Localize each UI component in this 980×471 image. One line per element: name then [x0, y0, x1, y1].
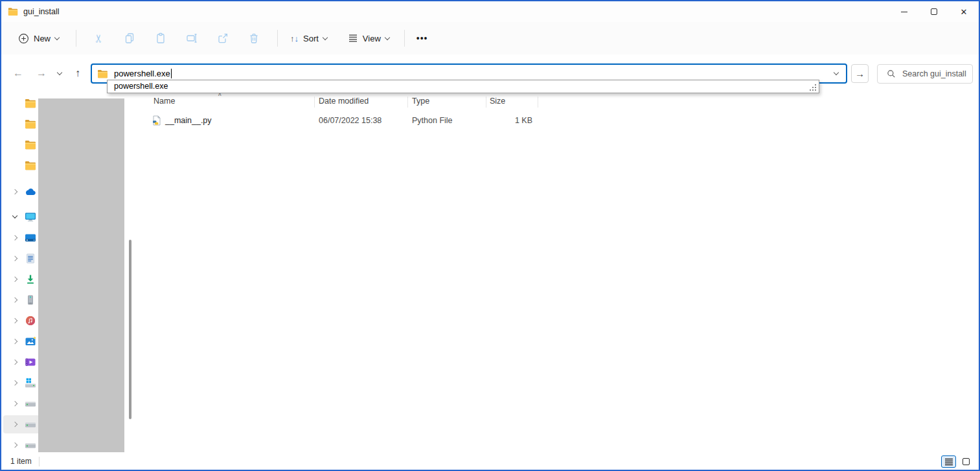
status-bar: 1 item — [1, 454, 979, 470]
trash-icon — [248, 32, 260, 44]
column-separator[interactable] — [486, 97, 486, 108]
more-button[interactable]: ••• — [410, 30, 435, 46]
file-row[interactable]: __main__.py 06/07/2022 15:38 Python File… — [136, 113, 979, 129]
chevron-right-icon[interactable] — [12, 422, 17, 427]
chevron-right-icon[interactable] — [12, 360, 17, 365]
folder-icon — [25, 139, 36, 150]
view-button[interactable]: View — [342, 29, 395, 47]
chevron-right-icon[interactable] — [12, 339, 17, 344]
delete-button[interactable] — [238, 27, 269, 50]
documents-icon — [25, 253, 36, 264]
back-button[interactable]: ← — [9, 63, 27, 83]
up-button[interactable]: ↑ — [69, 63, 87, 83]
chevron-right-icon[interactable] — [12, 235, 17, 240]
cut-icon: ✂ — [92, 34, 106, 43]
share-icon — [217, 32, 229, 44]
address-input[interactable]: powershell.exe — [114, 69, 170, 78]
file-type: Python File — [412, 116, 453, 125]
file-size: 1 KB — [490, 116, 532, 125]
desktop-icon — [25, 232, 36, 244]
plus-circle-icon — [18, 33, 29, 44]
divider — [76, 30, 76, 47]
recent-locations-button[interactable] — [53, 63, 66, 83]
python-file-icon — [152, 115, 162, 128]
chevron-right-icon[interactable] — [12, 297, 17, 303]
column-header-name[interactable]: Name — [154, 97, 175, 106]
forward-button[interactable]: → — [32, 63, 51, 83]
text-cursor — [171, 69, 172, 78]
copy-button[interactable] — [114, 27, 145, 50]
chevron-down-icon — [385, 34, 390, 40]
file-name: __main__.py — [165, 116, 212, 125]
folder-icon — [8, 7, 18, 16]
go-arrow-icon: → — [855, 68, 865, 79]
sidebar-scrollbar-thumb[interactable] — [129, 240, 131, 419]
window-title: gui_install — [23, 7, 60, 16]
up-icon: ↑ — [75, 67, 80, 79]
chevron-right-icon[interactable] — [12, 189, 17, 194]
copy-icon — [124, 32, 135, 44]
column-header-type[interactable]: Type — [412, 97, 429, 106]
navigation-pane — [1, 91, 135, 454]
rename-icon — [186, 32, 198, 44]
address-dropdown-chevron-icon[interactable] — [834, 70, 839, 75]
details-view-button[interactable] — [941, 455, 956, 468]
chevron-right-icon[interactable] — [12, 401, 17, 406]
chevron-right-icon[interactable] — [12, 318, 17, 323]
item-count: 1 item — [10, 457, 32, 466]
new-label: New — [34, 34, 51, 43]
window-body: ∧ Name Date modified Type Size __main__.… — [1, 91, 979, 454]
folder-icon — [25, 97, 36, 109]
minimize-button[interactable] — [889, 1, 919, 22]
large-icons-view-button[interactable] — [959, 455, 974, 468]
resize-grip-icon[interactable] — [810, 84, 817, 91]
column-separator[interactable] — [538, 97, 538, 108]
view-label: View — [363, 34, 381, 43]
column-headers: ∧ Name Date modified Type Size — [136, 95, 979, 110]
large-icons-view-icon — [963, 458, 970, 465]
paste-icon — [155, 32, 166, 44]
chevron-down-icon — [323, 34, 328, 40]
column-separator[interactable] — [314, 97, 315, 108]
share-button[interactable] — [207, 27, 238, 50]
go-button[interactable]: → — [851, 64, 869, 83]
rename-button[interactable] — [176, 27, 207, 50]
divider — [404, 30, 405, 47]
search-box[interactable]: Search gui_install — [877, 64, 973, 84]
divider — [277, 30, 278, 47]
chevron-down-icon — [57, 69, 62, 75]
chevron-down-icon[interactable] — [12, 213, 17, 218]
close-icon: ✕ — [961, 8, 968, 16]
music-icon — [25, 315, 36, 327]
maximize-icon — [931, 8, 937, 15]
paste-button[interactable] — [145, 27, 176, 50]
close-button[interactable]: ✕ — [949, 1, 979, 22]
windows-drive-icon — [25, 377, 36, 389]
chevron-right-icon[interactable] — [12, 256, 17, 261]
view-icon — [348, 33, 358, 43]
chevron-right-icon[interactable] — [12, 442, 17, 448]
folder-icon — [25, 118, 36, 130]
sort-label: Sort — [303, 34, 319, 43]
back-icon: ← — [13, 67, 23, 79]
maximize-button[interactable] — [919, 1, 949, 22]
column-separator[interactable] — [407, 97, 408, 108]
title-bar: gui_install ✕ — [1, 1, 979, 22]
redacted-labels-overlay — [38, 98, 124, 452]
downloads-icon — [25, 273, 36, 285]
chevron-right-icon[interactable] — [12, 380, 17, 385]
details-view-icon — [944, 458, 953, 466]
search-placeholder: Search gui_install — [902, 69, 966, 78]
sort-button[interactable]: ↑↓ Sort — [284, 29, 333, 48]
column-header-date-modified[interactable]: Date modified — [319, 97, 369, 106]
pictures-icon — [25, 336, 36, 347]
chevron-right-icon[interactable] — [12, 277, 17, 282]
folder-icon — [25, 159, 36, 171]
cut-button[interactable]: ✂ — [83, 27, 114, 50]
autocomplete-suggestion[interactable]: powershell.exe — [108, 80, 819, 93]
file-explorer-window: gui_install ✕ New ✂ — [0, 0, 980, 471]
column-header-size[interactable]: Size — [490, 97, 505, 106]
sort-icon: ↑↓ — [290, 32, 299, 44]
new-button[interactable]: New — [13, 29, 64, 48]
onedrive-icon — [25, 186, 36, 198]
